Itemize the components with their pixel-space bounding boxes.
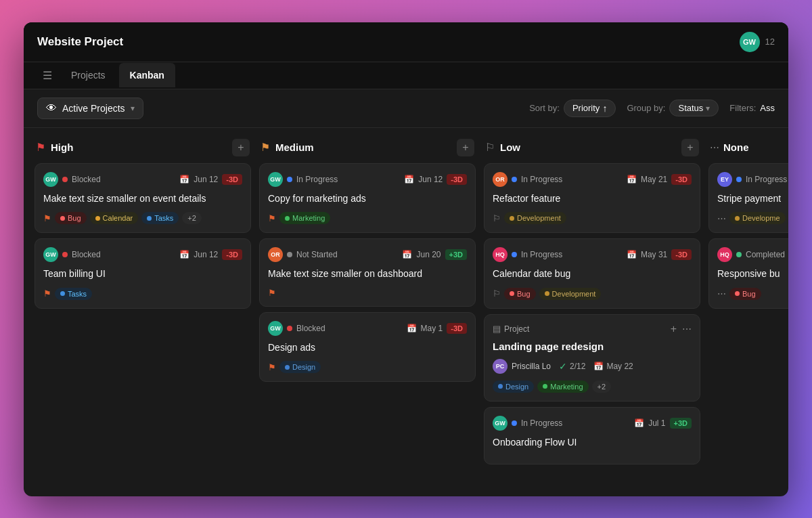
flag-tag-icon: ⚑ xyxy=(268,288,276,298)
group-button[interactable]: Status ▾ xyxy=(669,100,719,116)
flag-tag-icon: ⚐ xyxy=(493,288,501,299)
card-tags: ⋯ Developme xyxy=(717,212,788,224)
dots-tag-icon: ⋯ xyxy=(717,213,726,223)
card-meta-left: OR Not Started xyxy=(268,247,338,262)
cards-low: OR In Progress 📅 May 21 -3D Refactor fea… xyxy=(484,163,700,496)
tag-tasks[interactable]: Tasks xyxy=(55,288,92,300)
card-design-ads[interactable]: GW Blocked 📅 May 1 -3D Design ads ⚑ xyxy=(259,312,476,383)
tag-bug[interactable]: Bug xyxy=(729,288,761,300)
avatar[interactable]: GW xyxy=(740,32,760,52)
badge: -3D xyxy=(671,174,692,185)
tag-bug[interactable]: Bug xyxy=(504,288,536,300)
card-tags: ⚑ Design xyxy=(268,361,467,373)
tag-design[interactable]: Design xyxy=(279,361,321,373)
card-title: Make text size smaller on event details xyxy=(43,192,242,206)
chevron-down-icon: ▾ xyxy=(131,104,135,113)
status-dot xyxy=(736,252,742,257)
tag-development[interactable]: Development xyxy=(539,288,602,300)
avatar: GW xyxy=(493,416,508,431)
dots-tag-icon: ⋯ xyxy=(717,288,726,299)
avatar: OR xyxy=(268,247,283,262)
card-responsive-bug[interactable]: HQ Completed Responsive bu ⋯ Bug xyxy=(708,238,788,309)
add-card-medium-button[interactable]: + xyxy=(457,139,474,156)
column-header-medium: ⚑ Medium + xyxy=(259,139,476,156)
cards-medium: GW In Progress 📅 Jun 12 -3D Copy for mar… xyxy=(259,163,476,496)
add-card-low-button[interactable]: + xyxy=(681,139,699,156)
card-tags: ⚑ Marketing xyxy=(268,212,467,224)
calendar-icon: 📅 xyxy=(627,250,637,259)
card-dashboard-text[interactable]: OR Not Started 📅 Jun 20 +3D Make text si… xyxy=(259,238,476,307)
tag-development[interactable]: Developme xyxy=(729,212,786,224)
column-title-high: High xyxy=(51,142,73,153)
titlebar: Website Project GW 12 xyxy=(24,22,788,62)
card-header: HQ In Progress 📅 May 31 -3D xyxy=(493,247,692,262)
card-header: OR In Progress 📅 May 21 -3D xyxy=(493,172,692,187)
status-text: Blocked xyxy=(72,250,101,259)
card-onboarding-flow[interactable]: GW In Progress 📅 Jul 1 +3D Onboarding Fl… xyxy=(484,407,700,465)
card-header: EY In Progress xyxy=(717,172,788,187)
app-title: Website Project xyxy=(37,35,123,49)
date-text: Jun 12 xyxy=(194,250,218,259)
hamburger-button[interactable]: ☰ xyxy=(37,62,58,89)
column-header-high: ⚑ High + xyxy=(35,139,251,156)
add-to-project-button[interactable]: + xyxy=(671,323,677,335)
assignee-name: Priscilla Lo xyxy=(512,362,551,371)
tab-projects[interactable]: Projects xyxy=(60,63,116,87)
card-event-details[interactable]: GW Blocked 📅 Jun 12 -3D Make text size s… xyxy=(35,163,251,234)
project-badge: ▤ Project xyxy=(493,324,529,334)
tag-more[interactable]: +2 xyxy=(592,381,612,393)
view-selector[interactable]: 👁 Active Projects ▾ xyxy=(37,98,143,119)
tag-bug[interactable]: Bug xyxy=(55,212,87,224)
card-meta-right: 📅 Jun 12 -3D xyxy=(179,174,242,185)
card-stripe-payment[interactable]: EY In Progress Stripe payment ⋯ Developm… xyxy=(708,163,788,234)
card-title: Stripe payment xyxy=(717,192,788,206)
card-calendar-bug[interactable]: HQ In Progress 📅 May 31 -3D Calendar dat… xyxy=(484,238,700,309)
card-team-billing[interactable]: GW Blocked 📅 Jun 12 -3D Team billing UI … xyxy=(35,238,251,309)
sort-group: Sort by: Priority ↑ xyxy=(529,100,616,117)
calendar-icon: 📅 xyxy=(179,175,189,184)
card-meta-left: GW In Progress xyxy=(493,416,562,431)
avatar: HQ xyxy=(717,247,732,262)
tag-more[interactable]: +2 xyxy=(182,212,202,224)
project-badge-text: Project xyxy=(504,324,529,334)
badge: -3D xyxy=(222,249,242,260)
project-icon: ▤ xyxy=(493,324,501,334)
tag-tasks[interactable]: Tasks xyxy=(141,212,179,224)
tag-development[interactable]: Development xyxy=(504,212,566,224)
tag-calendar[interactable]: Calendar xyxy=(90,212,139,224)
badge: +3D xyxy=(445,249,468,260)
add-card-high-button[interactable]: + xyxy=(232,139,250,156)
card-header: OR Not Started 📅 Jun 20 +3D xyxy=(268,247,467,262)
project-options-button[interactable]: ⋯ xyxy=(682,324,692,334)
view-label: Active Projects xyxy=(62,103,125,114)
status-text: Blocked xyxy=(72,175,101,184)
card-tags: ⚐ Development xyxy=(493,212,692,224)
status-dot xyxy=(512,177,517,182)
card-refactor-feature[interactable]: OR In Progress 📅 May 21 -3D Refactor fea… xyxy=(484,163,700,234)
card-title: Copy for marketing ads xyxy=(268,192,467,206)
card-header: GW In Progress 📅 Jun 12 -3D xyxy=(268,172,467,187)
card-title: Calendar date bug xyxy=(493,267,692,281)
column-medium: ⚑ Medium + GW In Progress 📅 xyxy=(259,139,476,496)
status-text: Not Started xyxy=(296,250,338,259)
card-title: Refactor feature xyxy=(493,192,692,206)
project-card-landing[interactable]: ▤ Project + ⋯ Landing page redesign PC P… xyxy=(484,314,700,402)
column-none: ⋯ None + EY In Progress Stripe payment xyxy=(708,139,788,496)
sort-button[interactable]: Priority ↑ xyxy=(564,100,616,117)
kanban-board: ⚑ High + GW Blocked 📅 xyxy=(24,128,788,496)
dots-icon: ⋯ xyxy=(710,142,719,153)
card-meta-right: 📅 Jun 12 -3D xyxy=(404,174,467,185)
tag-marketing[interactable]: Marketing xyxy=(279,212,330,224)
tag-design[interactable]: Design xyxy=(493,381,534,393)
card-meta-left: GW Blocked xyxy=(268,321,325,336)
cards-none: EY In Progress Stripe payment ⋯ Developm… xyxy=(708,163,788,496)
card-marketing-copy[interactable]: GW In Progress 📅 Jun 12 -3D Copy for mar… xyxy=(259,163,476,234)
card-meta-left: OR In Progress xyxy=(493,172,562,187)
status-dot xyxy=(287,252,292,257)
tag-marketing[interactable]: Marketing xyxy=(537,381,588,393)
project-info: PC Priscilla Lo ✓ 2/12 📅 May 22 xyxy=(493,359,692,374)
date-text: Jun 12 xyxy=(418,175,443,184)
tab-kanban[interactable]: Kanban xyxy=(119,63,175,87)
project-date: 📅 May 22 xyxy=(593,362,633,371)
badge: +3D xyxy=(670,418,692,429)
